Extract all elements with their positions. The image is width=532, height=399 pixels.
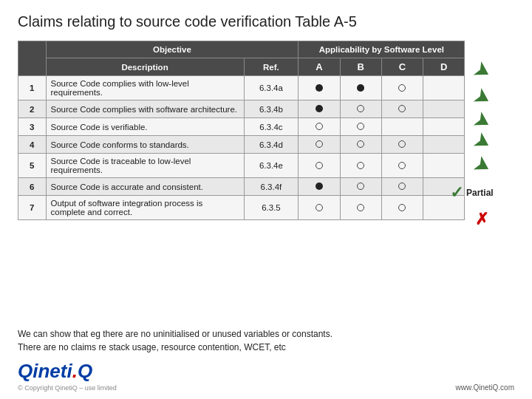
circle-empty-icon bbox=[398, 105, 406, 112]
circle-empty-icon bbox=[357, 183, 364, 190]
circle-empty-icon bbox=[357, 204, 364, 211]
bottom-note: We can show that eg there are no uniniti… bbox=[18, 327, 514, 354]
row-description: Source Code conforms to standards. bbox=[46, 136, 244, 154]
arrow-icon-5: ➤ bbox=[469, 152, 493, 180]
row-ref: 6.3.4f bbox=[244, 178, 299, 196]
brand-q: Q bbox=[78, 360, 92, 382]
row-level-c bbox=[381, 118, 423, 136]
level-c-header: C bbox=[381, 58, 423, 76]
circle-empty-icon bbox=[398, 140, 406, 148]
row-level-b bbox=[340, 100, 381, 118]
circle-empty-icon bbox=[316, 204, 323, 211]
row-level-b bbox=[340, 118, 381, 136]
row-level-a bbox=[299, 196, 340, 220]
table-row: 2 Source Code complies with software arc… bbox=[18, 100, 515, 118]
footer: Qineti.Q © Copyright QinetiQ – use limit… bbox=[18, 360, 514, 392]
main-table: Objective Applicability by Software Leve… bbox=[18, 41, 514, 220]
cross-icon: ✗ bbox=[475, 210, 488, 229]
copyright-text: © Copyright QinetiQ – use limited bbox=[18, 384, 117, 392]
row-description: Source Code complies with low-level requ… bbox=[46, 76, 244, 100]
circle-empty-icon bbox=[357, 105, 364, 112]
circle-empty-icon bbox=[316, 162, 323, 169]
row-number: 3 bbox=[18, 118, 47, 136]
row-ref: 6.3.5 bbox=[244, 196, 299, 220]
circle-empty-icon bbox=[398, 204, 406, 211]
row-description: Source Code is accurate and consistent. bbox=[46, 178, 244, 196]
ref-header: Ref. bbox=[244, 58, 299, 76]
row-level-c bbox=[381, 136, 423, 154]
circle-empty-icon bbox=[398, 183, 406, 190]
table-wrapper: Objective Applicability by Software Leve… bbox=[18, 41, 514, 321]
circle-empty-icon bbox=[398, 84, 406, 92]
row-description: Source Code is traceable to low-level re… bbox=[46, 154, 244, 178]
row-level-c bbox=[381, 196, 423, 220]
row-level-c bbox=[381, 100, 423, 118]
brand-container: Qineti.Q © Copyright QinetiQ – use limit… bbox=[18, 360, 117, 392]
brand-logo: Qineti.Q bbox=[18, 361, 92, 381]
row-level-b bbox=[340, 136, 381, 154]
row-ref: 6.3.4b bbox=[244, 100, 299, 118]
bottom-note-line1: We can show that eg there are no uniniti… bbox=[18, 327, 514, 341]
row-level-c bbox=[381, 154, 423, 178]
empty-header bbox=[18, 41, 47, 76]
partial-label: Partial bbox=[466, 188, 494, 198]
table-row: 7 Output of software integration process… bbox=[18, 196, 515, 220]
circle-empty-icon bbox=[316, 140, 323, 148]
row-level-a bbox=[299, 154, 340, 178]
row-ref: 6.3.4a bbox=[244, 76, 299, 100]
level-b-header: B bbox=[340, 58, 381, 76]
row-level-a bbox=[299, 118, 340, 136]
row-number: 4 bbox=[18, 136, 47, 154]
row-level-a bbox=[299, 100, 340, 118]
row-level-c bbox=[381, 76, 423, 100]
arrows-container: ➤ ➤ ➤ ➤ ➤ ✓ Partial bbox=[450, 58, 513, 233]
table-row: 5 Source Code is traceable to low-level … bbox=[18, 154, 515, 178]
row-level-a bbox=[299, 178, 340, 196]
brand-dot: . bbox=[72, 360, 78, 382]
circle-empty-icon bbox=[357, 123, 364, 130]
row-description: Output of software integration process i… bbox=[46, 196, 244, 220]
row-level-b bbox=[340, 196, 381, 220]
row-number: 6 bbox=[18, 178, 47, 196]
circle-empty-icon bbox=[398, 162, 406, 169]
row-ref: 6.3.4c bbox=[244, 118, 299, 136]
circle-filled-icon bbox=[316, 105, 323, 112]
arrow-row-4: ➤ bbox=[465, 132, 498, 153]
row-number: 5 bbox=[18, 154, 47, 178]
row-number: 2 bbox=[18, 100, 47, 118]
arrow-row-1: ➤ bbox=[465, 58, 498, 85]
table-row: 4 Source Code conforms to standards. 6.3… bbox=[18, 136, 515, 154]
circle-empty-icon bbox=[316, 123, 323, 130]
row-number: 7 bbox=[18, 196, 47, 220]
circle-filled-icon bbox=[316, 84, 323, 92]
row-level-b bbox=[340, 154, 381, 178]
row-level-b bbox=[340, 76, 381, 100]
arrow-row-6: ✓ Partial bbox=[450, 180, 513, 206]
row-number: 1 bbox=[18, 76, 47, 100]
row-description: Source Code is verifiable. bbox=[46, 118, 244, 136]
level-a-header: A bbox=[299, 58, 340, 76]
row-level-a bbox=[299, 136, 340, 154]
footer-url: www.QinetiQ.com bbox=[456, 383, 514, 392]
bottom-note-line2: There are no claims re stack usage, reso… bbox=[18, 341, 514, 354]
table-row: 6 Source Code is accurate and consistent… bbox=[18, 178, 515, 196]
checkmark-icon: ✓ bbox=[450, 183, 463, 202]
description-header: Description bbox=[46, 58, 244, 76]
circle-empty-icon bbox=[357, 140, 364, 148]
page: Claims relating to source code verificat… bbox=[0, 0, 532, 399]
row-level-b bbox=[340, 178, 381, 196]
objective-header: Objective bbox=[46, 41, 299, 58]
circle-filled-icon bbox=[357, 84, 364, 92]
circle-filled-icon bbox=[316, 183, 323, 190]
arrow-row-7: ✗ bbox=[465, 206, 498, 233]
table-row: 1 Source Code complies with low-level re… bbox=[18, 76, 515, 100]
arrow-row-5: ➤ bbox=[465, 153, 498, 180]
row-ref: 6.3.4d bbox=[244, 136, 299, 154]
circle-empty-icon bbox=[357, 162, 364, 169]
applicability-header: Applicability by Software Level bbox=[299, 41, 465, 58]
page-title: Claims relating to source code verificat… bbox=[18, 13, 514, 30]
row-description: Source Code complies with software archi… bbox=[46, 100, 244, 118]
brand-text: Qineti bbox=[18, 360, 72, 382]
row-level-c bbox=[381, 178, 423, 196]
table-row: 3 Source Code is verifiable. 6.3.4c bbox=[18, 118, 515, 136]
